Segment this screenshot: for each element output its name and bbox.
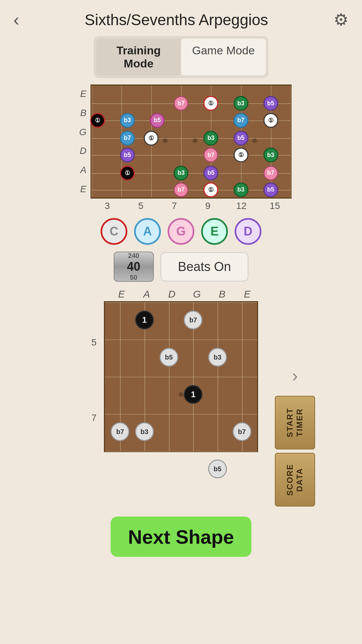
note-circle: b5 [120,148,135,162]
header: ‹ Sixths/Sevenths Arpeggios ⚙ [0,0,362,33]
note-circle: b7 [203,148,218,162]
sf-note: b5 [208,460,227,478]
sf-note: b7 [184,311,202,329]
note-circle: b3 [203,131,218,146]
training-mode-button[interactable]: Training Mode [96,39,181,75]
sf-row-labels: 5 7 [47,288,101,439]
note-circle: b7 [120,131,135,146]
caged-selector: C A G E D [0,218,362,245]
note-circle: b3 [263,148,278,162]
caged-G-button[interactable]: G [168,218,194,245]
note-circle: ① [120,166,135,180]
note-circle: ① [234,148,248,162]
note-circle: b5 [234,131,248,146]
sf-note: b7 [111,422,129,441]
note-circle: b3 [174,166,188,180]
sf-note: b3 [208,348,227,367]
note-circle: ① [144,131,159,146]
back-button[interactable]: ‹ [13,11,19,29]
note-circle: b3 [234,96,248,111]
note-circle: b7 [263,166,278,180]
beats-button[interactable]: Beats On [161,252,248,281]
sf-note: 1 [184,385,202,404]
note-circle: b5 [263,96,278,111]
sf-note: b7 [233,422,251,441]
tempo-control[interactable]: 240 40 50 [114,252,154,282]
note-circle: b5 [203,166,218,180]
string-labels: E B G D A E [64,85,90,199]
note-circle: ① [203,96,218,111]
start-timer-button[interactable]: START TIMER [275,396,315,449]
small-fretboard: 1 b7 b5 b3 1 b7 b3 b7 b5 [104,301,258,452]
next-shape-chevron[interactable]: › [285,362,305,389]
caged-C-button[interactable]: C [101,218,127,245]
note-circle: b3 [234,182,248,197]
mode-toggle: Training Mode Game Mode [94,36,268,78]
tempo-value: 40 [127,260,140,274]
game-mode-button[interactable]: Game Mode [181,39,266,75]
sf-note: b5 [160,348,178,367]
full-fretboard: b7 ① b3 b5 ① b3 b5 b7 ① b7 ① b3 b5 b5 b7… [90,85,292,199]
note-circle: b5 [150,113,165,128]
sf-note: 1 [135,311,154,329]
note-circle: b7 [174,96,188,111]
controls-row: 240 40 50 Beats On [0,252,362,282]
fret-numbers: 3 5 7 9 12 15 [90,199,292,211]
note-circle: b3 [120,113,135,128]
note-circle: ① [263,113,278,128]
settings-icon[interactable]: ⚙ [334,10,349,30]
note-circle: b7 [234,113,248,128]
next-shape-button[interactable]: Next Shape [111,517,251,557]
sf-note: b3 [135,422,154,441]
caged-E-button[interactable]: E [201,218,228,245]
note-circle: b5 [263,182,278,197]
note-circle: ① [203,182,218,197]
note-circle: b7 [174,182,188,197]
caged-D-button[interactable]: D [235,218,261,245]
sf-col-labels: E A D G B E [109,288,260,300]
score-data-button[interactable]: SCORE DATA [275,453,315,506]
page-title: Sixths/Sevenths Arpeggios [19,11,334,29]
caged-A-button[interactable]: A [134,218,161,245]
note-circle: ① [90,113,105,128]
